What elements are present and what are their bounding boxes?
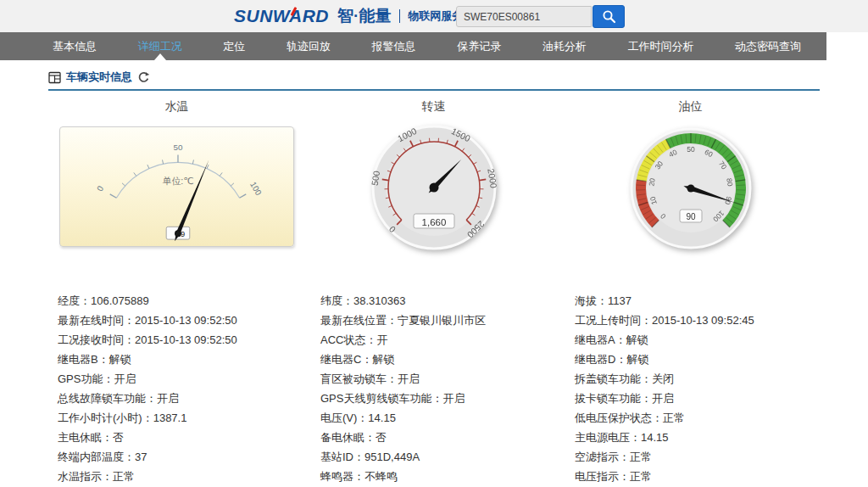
info-label: 低电压保护状态 — [575, 411, 652, 424]
svg-text:90: 90 — [686, 212, 696, 221]
info-separator: ： — [124, 451, 135, 463]
info-label: 电压指示 — [575, 470, 619, 483]
info-row: 继电器D：解锁 — [575, 350, 820, 369]
info-separator: ： — [342, 294, 353, 307]
sunward-text: SUNWARD — [234, 6, 329, 25]
refresh-icon[interactable] — [137, 71, 150, 84]
nav-tab-0[interactable]: 基本信息 — [53, 32, 97, 60]
water-temp-title: 水温 — [165, 99, 189, 115]
info-value: 开启 — [114, 372, 136, 385]
info-label: 工作小时计(小时) — [58, 411, 142, 424]
info-value: 否 — [376, 431, 387, 444]
svg-text:单位:℃: 单位:℃ — [163, 176, 194, 186]
info-row: 纬度：38.310363 — [320, 291, 565, 311]
info-separator: ： — [387, 372, 398, 385]
nav-tab-4[interactable]: 报警信息 — [372, 32, 416, 60]
info-column-1: 经度：106.075889最新在线时间：2015-10-13 09:52:50工… — [48, 291, 311, 486]
info-value: 正常 — [113, 470, 135, 483]
info-column-2: 纬度：38.310363最新在线位置：宁夏银川银川市区ACC状态：开继电器C：解… — [311, 291, 565, 486]
info-value: 否 — [113, 431, 124, 444]
info-value: 37 — [135, 451, 147, 463]
info-value: 正常 — [630, 451, 652, 463]
svg-text:0: 0 — [95, 184, 106, 193]
sunward-wordmark: SUNWARD — [234, 6, 329, 26]
info-value: 开 — [376, 333, 387, 346]
info-row: GPS天线剪线锁车功能：开启 — [320, 389, 565, 408]
info-separator: ： — [641, 372, 652, 385]
info-label: 备电休眠 — [320, 431, 364, 444]
info-label: 经度 — [58, 294, 80, 307]
logo-divider — [399, 9, 400, 23]
info-row: 工况接收时间：2015-10-13 09:52:50 — [58, 330, 311, 350]
oil-level-gauge-cell: 油位 010203040506070809010090 — [562, 91, 819, 264]
nav-tab-5[interactable]: 保养记录 — [457, 32, 501, 60]
info-row: 盲区被动锁车：开启 — [320, 369, 565, 389]
svg-text:80: 80 — [725, 177, 734, 187]
info-row: 空滤指示：正常 — [575, 447, 820, 467]
info-separator: ： — [365, 333, 376, 346]
info-separator: ： — [615, 333, 626, 346]
info-row: ACC状态：开 — [320, 330, 565, 350]
info-value: 解锁 — [109, 353, 131, 366]
search-button[interactable] — [593, 5, 625, 28]
info-row: 工况上传时间：2015-10-13 09:52:45 — [575, 311, 820, 330]
info-separator: ： — [615, 353, 626, 366]
info-label: 主电休眠 — [58, 431, 102, 444]
info-label: 空滤指示 — [575, 451, 619, 463]
nav-tab-8[interactable]: 动态密码查询 — [735, 32, 801, 60]
info-label: 最新在线位置 — [320, 314, 387, 327]
nav-tab-7[interactable]: 工作时间分析 — [627, 32, 693, 60]
info-separator: ： — [361, 353, 372, 366]
info-separator: ： — [98, 353, 109, 366]
info-row: 基站ID：951D,449A — [320, 447, 565, 467]
info-separator: ： — [387, 314, 398, 327]
info-label: ACC状态 — [320, 333, 365, 346]
info-label: 工况上传时间 — [575, 314, 641, 327]
info-separator: ： — [597, 294, 608, 307]
gauge-row: 水温 050100单位:℃69 转速 050010001500200025001… — [48, 91, 820, 264]
nav-tab-6[interactable]: 油耗分析 — [542, 32, 587, 60]
info-row: 主电休眠：否 — [58, 428, 311, 447]
info-separator: ： — [124, 314, 135, 327]
svg-text:1,660: 1,660 — [421, 217, 446, 227]
info-row: 水温指示：正常 — [58, 467, 311, 486]
info-label: 水温指示 — [58, 470, 102, 483]
info-row: 最新在线时间：2015-10-13 09:52:50 — [58, 311, 311, 330]
water-temp-gauge-cell: 水温 050100单位:℃69 — [48, 91, 305, 264]
svg-text:100: 100 — [248, 180, 264, 197]
info-separator: ： — [102, 470, 113, 483]
nav-tab-1[interactable]: 详细工况 — [138, 32, 182, 60]
info-row: 继电器B：解锁 — [58, 350, 311, 369]
info-label: GPS天线剪线锁车功能 — [320, 392, 431, 405]
info-label: 电压(V) — [320, 411, 357, 424]
info-row: 继电器C：解锁 — [320, 350, 565, 369]
info-row: 继电器A：解锁 — [575, 330, 820, 350]
info-value: 关闭 — [652, 372, 674, 385]
info-separator: ： — [353, 470, 364, 483]
info-label: 主电源电压 — [575, 431, 630, 444]
nav-tab-3[interactable]: 轨迹回放 — [287, 32, 331, 60]
info-value: 解锁 — [626, 353, 648, 366]
info-row: 终端内部温度：37 — [58, 447, 311, 467]
info-value: 解锁 — [372, 353, 394, 366]
info-separator: ： — [142, 411, 153, 424]
nav-tab-2[interactable]: 定位 — [223, 32, 245, 60]
ledger-icon — [48, 71, 61, 84]
info-row: 最新在线位置：宁夏银川银川市区 — [320, 311, 565, 330]
section-header: 车辆实时信息 — [48, 60, 820, 91]
info-separator: ： — [353, 451, 364, 463]
info-value: 106.075889 — [91, 294, 149, 307]
rpm-gauge-cell: 转速 050010001500200025001,660 — [305, 91, 562, 264]
info-row: 低电压保护状态：正常 — [575, 408, 820, 428]
search-input[interactable] — [456, 6, 592, 27]
info-separator: ： — [630, 431, 641, 444]
info-row: 备电休眠：否 — [320, 428, 565, 447]
info-value: 开启 — [157, 392, 179, 405]
info-value: 14.15 — [368, 411, 396, 424]
info-label: 最新在线时间 — [58, 314, 124, 327]
info-separator: ： — [357, 411, 368, 424]
vehicle-search — [456, 5, 625, 28]
info-value: 2015-10-13 09:52:50 — [135, 314, 237, 327]
info-separator: ： — [641, 314, 652, 327]
info-separator: ： — [431, 392, 442, 405]
